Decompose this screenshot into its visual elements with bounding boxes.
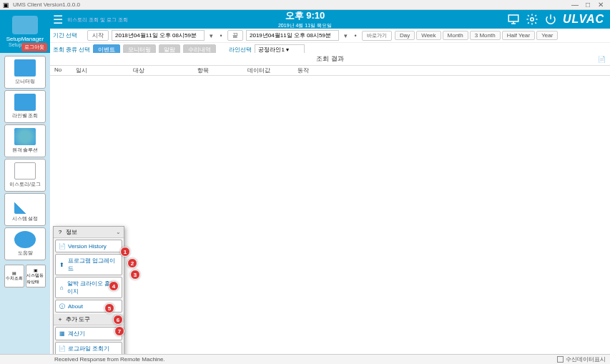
doc-icon: 📄 — [59, 242, 66, 250]
end-dropdown-icon[interactable]: • — [352, 32, 359, 39]
sidebar-bottom: ▤수치조회 ▣시스템동작상태 — [4, 265, 46, 287]
sidebar-item-help[interactable]: 도움말 — [4, 227, 46, 260]
sidebar-label: 원격 솔루션 — [12, 147, 39, 154]
breadcrumb-sub: 히스토리 조회 및 로그 조회 — [67, 17, 128, 22]
col-action: 동작 — [293, 66, 610, 75]
sidebar-item-remote[interactable]: 원격 솔루션 — [4, 124, 46, 157]
log-icon: 📄 — [59, 345, 66, 353]
window-titlebar: ▣ UMS Client Version1.0.0.0 — □ ✕ — [0, 0, 610, 10]
popup-item-label: About — [68, 303, 83, 310]
sidebar-label: 모니터링 — [15, 78, 35, 85]
window-title: UMS Client Version1.0.0.0 — [13, 1, 569, 8]
col-value: 데이터값 — [243, 66, 293, 75]
callout-1: 1 — [120, 247, 130, 257]
clock: 오후 9:10 2019년 4월 11일 목요일 — [278, 9, 332, 29]
callout-6: 6 — [113, 315, 123, 325]
logout-button[interactable]: 로그아웃 — [21, 43, 47, 51]
close-button[interactable]: ✕ — [594, 1, 607, 9]
clock-time: 오후 9:10 — [278, 9, 332, 22]
grid-icon: ▤ — [12, 270, 16, 275]
popup-head-info[interactable]: ? 정보 ⌄ — [54, 227, 124, 238]
sidebar-label: 히스토리/로그 — [9, 181, 41, 188]
start-label: 시작 — [87, 30, 109, 41]
start-dropdown-icon[interactable]: • — [217, 32, 225, 39]
popup-item-version-history[interactable]: 📄Version History — [55, 240, 122, 252]
range-halfyear[interactable]: Half Year — [502, 31, 535, 40]
home-icon: ⌂ — [59, 284, 65, 291]
receive-checkbox[interactable] — [557, 356, 564, 363]
settings-icon[interactable] — [526, 13, 538, 26]
popup-head-label: 추가 도구 — [66, 315, 90, 323]
col-target: 대상 — [129, 66, 193, 75]
range-day[interactable]: Day — [395, 31, 415, 40]
header-right: ULVAC — [507, 13, 610, 26]
mini-label: 수치조회 — [6, 275, 23, 282]
popup-head-label: 정보 — [66, 228, 77, 236]
sidebar-mini-status[interactable]: ▣시스템동작상태 — [26, 265, 46, 287]
nodes-icon — [14, 94, 36, 111]
chevron-down-icon: ▾ — [286, 46, 289, 53]
callout-3: 3 — [130, 270, 140, 280]
question-icon: ? — [56, 229, 64, 236]
maximize-button[interactable]: □ — [581, 1, 594, 9]
col-item: 항목 — [193, 66, 243, 75]
minimize-button[interactable]: — — [569, 1, 581, 9]
app-header: SetupManager SetupManager 로그아웃 ☰ 히스토리/로그… — [0, 10, 610, 29]
col-no: No — [50, 66, 72, 75]
range-3month[interactable]: 3 Month — [470, 31, 501, 40]
range-buttons: Day Week Month 3 Month Half Year Year — [395, 31, 558, 40]
sidebar-item-line[interactable]: 라인별 조회 — [4, 90, 46, 123]
breadcrumb: 히스토리/로그 히스토리 조회 및 로그 조회 — [67, 16, 128, 24]
callout-5: 5 — [104, 303, 114, 313]
result-title-bar: 조회 결과 📄 — [50, 53, 610, 66]
end-calendar-icon[interactable]: ▾ — [342, 32, 349, 39]
sidebar-item-history[interactable]: 히스토리/로그 — [4, 159, 46, 192]
toolbar-row-period: 기간 선택 시작 2018년04월11일 오후 08시59분 ▾ • 끝 201… — [50, 29, 610, 43]
sidebar: 모니터링 라인별 조회 원격 솔루션 히스토리/로그 시스템 설정 도움말 ▤수… — [0, 53, 50, 354]
clock-date: 2019년 4월 11일 목요일 — [278, 22, 332, 29]
sidebar-mini-numeric[interactable]: ▤수치조회 — [4, 265, 24, 287]
sidebar-item-monitoring[interactable]: 모니터링 — [4, 56, 46, 89]
help-icon — [14, 231, 36, 248]
user-title: SetupManager — [6, 36, 44, 42]
export-icon[interactable]: 📄 — [598, 56, 606, 63]
svg-point-3 — [531, 18, 534, 21]
help-popup: ? 정보 ⌄ 📄Version History ⬆프로그램 업그레이드 ⌂알박 … — [53, 226, 124, 364]
sheet-icon — [14, 162, 36, 179]
monitor-icon[interactable] — [507, 13, 520, 26]
monitor-icon — [14, 59, 36, 77]
sidebar-label: 도움말 — [18, 250, 33, 257]
range-year[interactable]: Year — [536, 31, 558, 40]
callout-7: 7 — [114, 326, 124, 336]
power-icon[interactable] — [544, 13, 557, 26]
popup-item-label: 프로그램 업그레이드 — [68, 257, 119, 272]
start-calendar-icon[interactable]: ▾ — [207, 32, 215, 39]
range-week[interactable]: Week — [416, 31, 441, 40]
callout-4: 4 — [109, 281, 119, 291]
period-label: 기간 선택 — [53, 31, 84, 39]
end-datetime[interactable]: 2019년04월11일 오후 08시59분 — [246, 30, 339, 41]
sidebar-item-settings[interactable]: 시스템 설정 — [4, 193, 46, 226]
grid-header: No 일시 대상 항목 데이터값 동작 — [50, 66, 610, 76]
col-date: 일시 — [72, 66, 129, 75]
upgrade-icon: ⬆ — [59, 261, 66, 268]
pc-icon: ▣ — [34, 267, 38, 272]
popup-item-label: 로그파일 조회기 — [68, 345, 109, 353]
collapse-icon[interactable]: ⌄ — [116, 229, 121, 235]
menu-icon[interactable]: ☰ — [53, 13, 63, 26]
graph-icon — [14, 197, 36, 214]
user-block: SetupManager SetupManager 로그아웃 — [0, 10, 50, 53]
range-month[interactable]: Month — [443, 31, 468, 40]
statusbar: Received Response from Remote Machine. 수… — [0, 354, 610, 364]
end-label: 끝 — [227, 30, 243, 41]
popup-item-calculator[interactable]: ▦계산기 — [55, 327, 122, 340]
plus-icon: ＋ — [56, 316, 64, 323]
go-button[interactable]: 바로가기 — [362, 31, 392, 41]
user-avatar-icon — [12, 16, 38, 34]
popup-item-upgrade[interactable]: ⬆프로그램 업그레이드 — [55, 254, 122, 275]
status-right-label: 수신데이터표시 — [566, 355, 606, 363]
start-datetime[interactable]: 2018년04월11일 오후 08시59분 — [112, 30, 205, 41]
status-right: 수신데이터표시 — [557, 355, 606, 363]
line-value: 공정라인1 — [258, 46, 284, 53]
info-icon: ⓘ — [59, 302, 66, 310]
